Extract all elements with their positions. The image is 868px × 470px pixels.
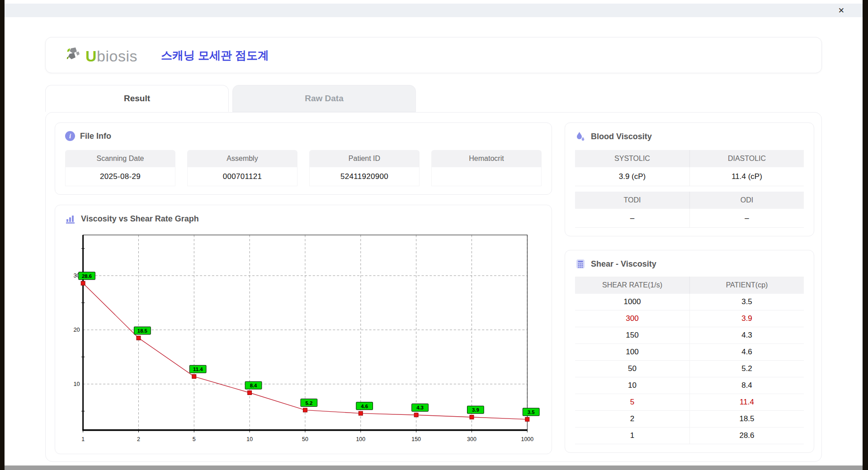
patient-viscosity-value: 4.6: [689, 344, 804, 360]
viscosity-shear-chart: 1251050100150300100010203028.618.511.48.…: [65, 231, 542, 446]
svg-text:18.5: 18.5: [137, 328, 148, 334]
svg-text:5: 5: [193, 436, 196, 442]
todi-header: TODI: [575, 192, 689, 209]
file-info-title: File Info: [80, 132, 111, 141]
shear-viscosity-row: 511.4: [575, 394, 804, 411]
patient-viscosity-value: 3.9: [689, 310, 804, 327]
page-content: Ubiosis 스캐닝 모세관 점도계 Result Raw Data i Fi…: [5, 17, 863, 465]
field-value: 2025-08-29: [65, 167, 175, 186]
shear-viscosity-row: 1004.6: [575, 344, 804, 361]
table-header-row: SHEAR RATE(1/s) PATIENT(cp): [575, 277, 804, 294]
table-value-row: – –: [575, 209, 804, 228]
svg-text:2: 2: [137, 436, 140, 442]
field-label: Patient ID: [309, 150, 420, 167]
patient-viscosity-value: 8.4: [689, 377, 804, 394]
app-window: ✕ Ubiosis 스캐닝 모세관 점도계 Resul: [5, 0, 863, 470]
window-bottom-edge: [5, 465, 863, 470]
patient-viscosity-value: 28.6: [689, 428, 804, 444]
patient-viscosity-value: 18.5: [689, 411, 804, 427]
svg-text:300: 300: [467, 436, 476, 442]
tab-result[interactable]: Result: [45, 85, 229, 112]
field-label: Scanning Date: [65, 150, 175, 167]
shear-viscosity-row: 505.2: [575, 361, 804, 377]
field-scanning-date: Scanning Date 2025-08-29: [65, 150, 175, 186]
right-column: Blood Viscosity SYSTOLIC DIASTOLIC 3.9 (…: [565, 122, 814, 451]
patient-viscosity-value: 4.3: [689, 327, 804, 343]
odi-value: –: [689, 209, 804, 227]
diastolic-header: DIASTOLIC: [689, 150, 804, 167]
header-card: Ubiosis 스캐닝 모세관 점도계: [45, 37, 822, 73]
calculator-icon: [575, 258, 586, 269]
svg-text:50: 50: [302, 436, 308, 442]
brand-text: Ubiosis: [85, 48, 137, 65]
field-label: Hematocrit: [431, 150, 542, 167]
blood-viscosity-title: Blood Viscosity: [591, 132, 652, 141]
svg-text:5.2: 5.2: [305, 400, 312, 406]
field-hematocrit: Hematocrit: [431, 150, 542, 186]
svg-text:8.4: 8.4: [250, 383, 257, 388]
shear-rate-value: 2: [575, 411, 689, 427]
field-value: 000701121: [187, 167, 297, 186]
shear-rate-value: 1000: [575, 294, 689, 310]
file-info-title-row: i File Info: [65, 131, 542, 141]
shear-rate-value: 150: [575, 327, 689, 343]
todi-odi-group: TODI ODI – –: [575, 192, 804, 228]
shear-viscosity-row: 218.5: [575, 411, 804, 428]
systolic-value: 3.9 (cP): [575, 167, 689, 186]
viscosity-graph-card: Viscosity vs Shear Rate Graph 1251050100…: [55, 205, 552, 454]
chart-area: 1251050100150300100010203028.618.511.48.…: [65, 231, 542, 446]
todi-value: –: [575, 209, 689, 227]
file-info-fields: Scanning Date 2025-08-29 Assembly 000701…: [65, 150, 542, 186]
svg-text:3.9: 3.9: [472, 407, 479, 413]
blood-viscosity-title-row: Blood Viscosity: [575, 131, 804, 142]
shear-rate-value: 100: [575, 344, 689, 360]
shear-viscosity-row: 1504.3: [575, 327, 804, 344]
graph-title: Viscosity vs Shear Rate Graph: [81, 214, 199, 224]
field-value: [431, 167, 542, 186]
field-label: Assembly: [187, 150, 297, 167]
svg-text:11.4: 11.4: [193, 367, 203, 372]
field-patient-id: Patient ID 52411920900: [309, 150, 420, 186]
shear-viscosity-title-row: Shear - Viscosity: [575, 258, 804, 269]
shear-viscosity-row: 128.6: [575, 428, 804, 444]
left-column: i File Info Scanning Date 2025-08-29 Ass…: [55, 122, 552, 451]
tab-raw-data[interactable]: Raw Data: [232, 85, 416, 112]
blood-viscosity-card: Blood Viscosity SYSTOLIC DIASTOLIC 3.9 (…: [565, 122, 814, 236]
svg-text:20: 20: [73, 326, 80, 333]
ubiosis-logo: Ubiosis: [65, 46, 137, 65]
diastolic-value: 11.4 (cP): [689, 167, 804, 186]
svg-text:4.3: 4.3: [416, 405, 424, 410]
info-icon: i: [65, 131, 75, 141]
tab-bar: Result Raw Data: [45, 85, 822, 112]
shear-viscosity-title: Shear - Viscosity: [591, 259, 656, 269]
shear-viscosity-row: 10003.5: [575, 294, 804, 310]
shear-rate-value: 1: [575, 428, 689, 444]
shear-viscosity-card: Shear - Viscosity SHEAR RATE(1/s) PATIEN…: [565, 250, 814, 453]
close-icon[interactable]: ✕: [838, 7, 844, 14]
systolic-diastolic-group: SYSTOLIC DIASTOLIC 3.9 (cP) 11.4 (cP): [575, 150, 804, 186]
table-value-row: 3.9 (cP) 11.4 (cP): [575, 167, 804, 186]
shear-rate-value: 5: [575, 394, 689, 410]
patient-column-header: PATIENT(cp): [689, 277, 804, 294]
brand-rest: biosis: [97, 47, 137, 65]
shear-rate-value: 50: [575, 361, 689, 377]
svg-text:100: 100: [356, 436, 365, 442]
blood-viscosity-table: SYSTOLIC DIASTOLIC 3.9 (cP) 11.4 (cP) TO…: [575, 150, 804, 228]
systolic-header: SYSTOLIC: [575, 150, 689, 167]
svg-text:10: 10: [73, 381, 80, 387]
odi-header: ODI: [689, 192, 804, 209]
svg-text:150: 150: [411, 436, 421, 442]
svg-text:10: 10: [246, 436, 253, 442]
droplets-icon: [575, 131, 586, 142]
graph-title-row: Viscosity vs Shear Rate Graph: [65, 213, 542, 224]
table-header-row: TODI ODI: [575, 192, 804, 209]
patient-viscosity-value: 5.2: [689, 361, 804, 377]
result-tab-content: i File Info Scanning Date 2025-08-29 Ass…: [45, 112, 822, 462]
svg-text:1: 1: [81, 436, 85, 442]
svg-text:28.6: 28.6: [82, 273, 92, 279]
field-value: 52411920900: [309, 167, 420, 186]
svg-text:3.5: 3.5: [528, 409, 535, 415]
bar-chart-icon: [65, 213, 76, 224]
shear-rate-value: 300: [575, 310, 689, 327]
patient-viscosity-value: 3.5: [689, 294, 804, 310]
